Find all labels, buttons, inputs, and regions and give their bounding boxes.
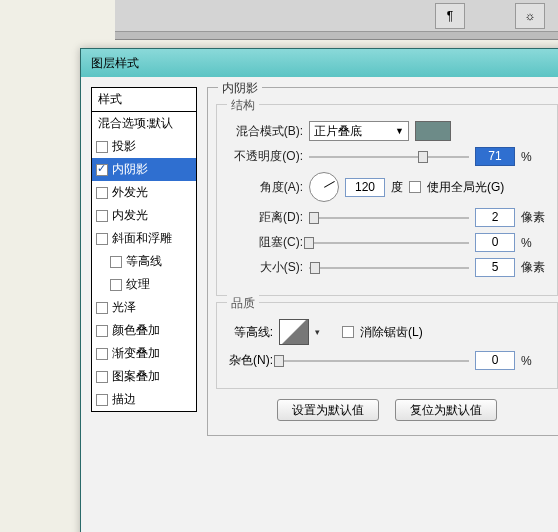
pilcrow-button[interactable]: ¶ (435, 3, 465, 29)
blend-mode-label: 混合模式(B): (225, 123, 303, 140)
style-row[interactable]: 内阴影 (92, 158, 196, 181)
opacity-input[interactable]: 71 (475, 147, 515, 166)
style-row[interactable]: 投影 (92, 135, 196, 158)
size-unit: 像素 (521, 259, 549, 276)
size-slider[interactable] (309, 259, 469, 277)
reset-default-button[interactable]: 复位为默认值 (395, 399, 497, 421)
quality-group: 品质 等高线: ▾ 消除锯齿(L) 杂色(N): (216, 302, 558, 389)
style-label: 纹理 (126, 276, 150, 293)
style-row[interactable]: 混合选项:默认 (92, 112, 196, 135)
style-row[interactable]: 纹理 (92, 273, 196, 296)
style-checkbox[interactable] (110, 256, 122, 268)
color-swatch[interactable] (415, 121, 451, 141)
style-checkbox[interactable] (96, 210, 108, 222)
distance-slider[interactable] (309, 209, 469, 227)
style-checkbox[interactable] (96, 187, 108, 199)
choke-slider[interactable] (309, 234, 469, 252)
style-checkbox[interactable] (96, 325, 108, 337)
style-row[interactable]: 内发光 (92, 204, 196, 227)
noise-slider[interactable] (279, 352, 469, 370)
style-checkbox[interactable] (96, 233, 108, 245)
style-label: 颜色叠加 (112, 322, 160, 339)
angle-input[interactable]: 120 (345, 178, 385, 197)
style-checkbox[interactable] (96, 302, 108, 314)
choke-unit: % (521, 236, 549, 250)
style-label: 渐变叠加 (112, 345, 160, 362)
choke-input[interactable]: 0 (475, 233, 515, 252)
style-row[interactable]: 图案叠加 (92, 365, 196, 388)
blend-mode-select[interactable]: 正片叠底 ▼ (309, 121, 409, 141)
global-light-checkbox[interactable] (409, 181, 421, 193)
style-checkbox[interactable] (96, 164, 108, 176)
distance-input[interactable]: 2 (475, 208, 515, 227)
structure-legend: 结构 (227, 97, 259, 114)
style-label: 内阴影 (112, 161, 148, 178)
angle-unit: 度 (391, 179, 403, 196)
noise-label: 杂色(N): (225, 352, 273, 369)
style-label: 斜面和浮雕 (112, 230, 172, 247)
style-checkbox[interactable] (110, 279, 122, 291)
blend-mode-value: 正片叠底 (314, 123, 362, 140)
style-row[interactable]: 外发光 (92, 181, 196, 204)
quality-legend: 品质 (227, 295, 259, 312)
style-row[interactable]: 描边 (92, 388, 196, 411)
contour-picker[interactable] (279, 319, 309, 345)
opacity-unit: % (521, 150, 549, 164)
distance-unit: 像素 (521, 209, 549, 226)
style-checkbox[interactable] (96, 394, 108, 406)
antialias-checkbox[interactable] (342, 326, 354, 338)
noise-input[interactable]: 0 (475, 351, 515, 370)
style-label: 光泽 (112, 299, 136, 316)
inner-shadow-panel: 内阴影 结构 混合模式(B): 正片叠底 ▼ 不透明度(O): (207, 87, 558, 436)
styles-panel: 样式 混合选项:默认投影内阴影外发光内发光斜面和浮雕等高线纹理光泽颜色叠加渐变叠… (91, 87, 197, 436)
style-row[interactable]: 等高线 (92, 250, 196, 273)
style-label: 混合选项:默认 (98, 115, 173, 132)
antialias-label: 消除锯齿(L) (360, 324, 423, 341)
style-checkbox[interactable] (96, 371, 108, 383)
make-default-button[interactable]: 设置为默认值 (277, 399, 379, 421)
style-checkbox[interactable] (96, 141, 108, 153)
angle-dial[interactable] (309, 172, 339, 202)
app-toolbar: ¶ ☼ (115, 0, 558, 40)
chevron-down-icon: ▼ (395, 126, 404, 136)
style-label: 描边 (112, 391, 136, 408)
opacity-label: 不透明度(O): (225, 148, 303, 165)
noise-unit: % (521, 354, 549, 368)
style-label: 投影 (112, 138, 136, 155)
style-checkbox[interactable] (96, 348, 108, 360)
size-label: 大小(S): (225, 259, 303, 276)
panel-title: 内阴影 (218, 80, 262, 97)
style-label: 内发光 (112, 207, 148, 224)
brightness-button[interactable]: ☼ (515, 3, 545, 29)
global-light-label: 使用全局光(G) (427, 179, 504, 196)
structure-group: 结构 混合模式(B): 正片叠底 ▼ 不透明度(O): (216, 104, 558, 296)
size-input[interactable]: 5 (475, 258, 515, 277)
style-row[interactable]: 斜面和浮雕 (92, 227, 196, 250)
style-row[interactable]: 光泽 (92, 296, 196, 319)
contour-label: 等高线: (225, 324, 273, 341)
layer-style-dialog: 图层样式 样式 混合选项:默认投影内阴影外发光内发光斜面和浮雕等高线纹理光泽颜色… (80, 48, 558, 532)
style-row[interactable]: 颜色叠加 (92, 319, 196, 342)
styles-list: 混合选项:默认投影内阴影外发光内发光斜面和浮雕等高线纹理光泽颜色叠加渐变叠加图案… (91, 112, 197, 412)
angle-label: 角度(A): (225, 179, 303, 196)
style-row[interactable]: 渐变叠加 (92, 342, 196, 365)
choke-label: 阻塞(C): (225, 234, 303, 251)
dialog-title: 图层样式 (81, 49, 558, 77)
distance-label: 距离(D): (225, 209, 303, 226)
opacity-slider[interactable] (309, 148, 469, 166)
style-label: 图案叠加 (112, 368, 160, 385)
chevron-down-icon[interactable]: ▾ (315, 327, 320, 337)
style-label: 外发光 (112, 184, 148, 201)
style-label: 等高线 (126, 253, 162, 270)
styles-header[interactable]: 样式 (91, 87, 197, 112)
